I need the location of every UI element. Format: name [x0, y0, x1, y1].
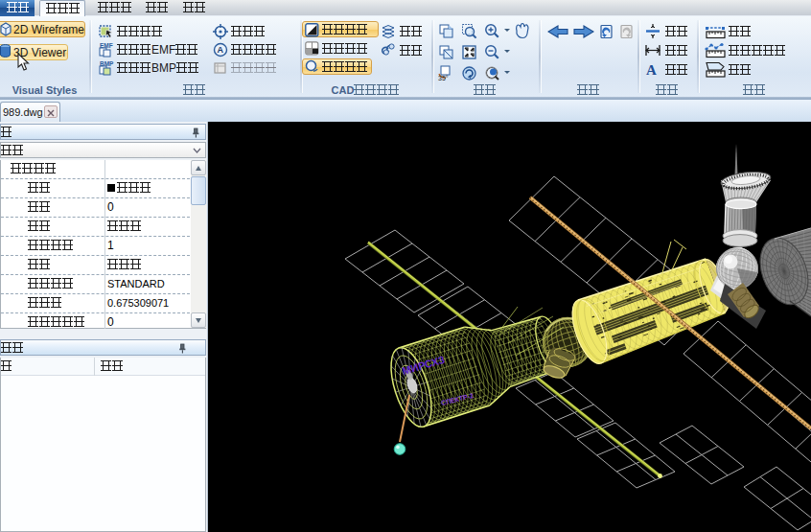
svg-text:35°: 35° — [438, 75, 449, 81]
svg-text:A: A — [646, 62, 657, 77]
svg-text:A: A — [218, 45, 224, 55]
